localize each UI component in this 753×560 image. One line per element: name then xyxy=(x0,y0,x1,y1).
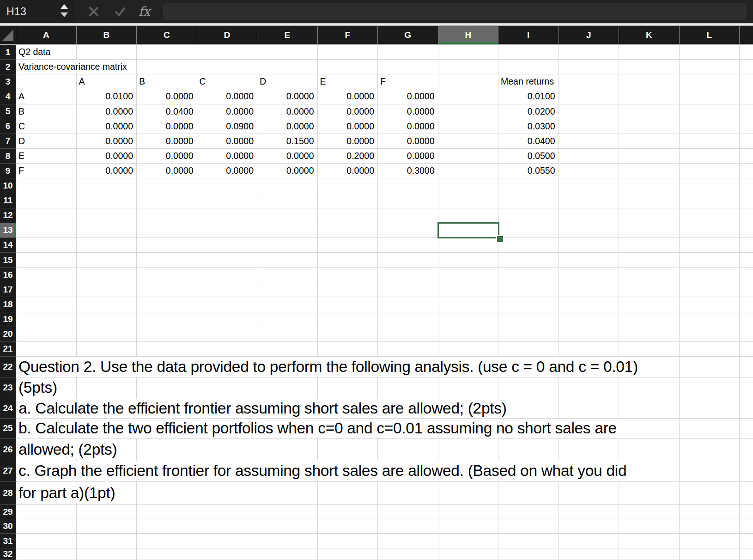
cell-L8[interactable] xyxy=(680,149,740,164)
row-header-9[interactable]: 9 xyxy=(0,164,16,178)
row-header-2[interactable]: 2 xyxy=(0,60,16,74)
cell-C15[interactable] xyxy=(137,253,197,268)
cell-G9[interactable]: 0.3000 xyxy=(378,164,438,178)
cell-A19[interactable] xyxy=(16,312,77,327)
cell-L9[interactable] xyxy=(680,164,740,178)
cell-G8[interactable]: 0.0000 xyxy=(378,149,438,164)
cell-C3[interactable]: B xyxy=(137,74,197,89)
cell-A32[interactable] xyxy=(16,548,77,560)
cell-D11[interactable] xyxy=(197,193,258,208)
cell-F32[interactable] xyxy=(318,548,378,560)
cell-J10[interactable] xyxy=(559,178,619,193)
cell-A11[interactable] xyxy=(16,193,77,208)
cell-I16[interactable] xyxy=(498,268,559,282)
cell-J6[interactable] xyxy=(559,119,619,134)
row-header-19[interactable]: 19 xyxy=(0,312,16,327)
cell-I9[interactable]: 0.0550 xyxy=(498,164,559,178)
row-header-24[interactable]: 24 xyxy=(0,398,16,419)
cell-I14[interactable] xyxy=(498,238,559,253)
cell-A16[interactable] xyxy=(16,268,77,282)
cell-L15[interactable] xyxy=(680,253,740,268)
cell-L18[interactable] xyxy=(680,297,740,312)
cell-D15[interactable] xyxy=(197,253,258,268)
cell-C2[interactable] xyxy=(137,60,197,74)
cell-C19[interactable] xyxy=(137,312,197,327)
cell-B5[interactable]: 0.0000 xyxy=(77,104,137,119)
name-box-spinner-up-icon[interactable] xyxy=(61,4,68,9)
cell-L10[interactable] xyxy=(680,178,740,193)
cell-A21[interactable] xyxy=(16,342,77,357)
cell-K25[interactable] xyxy=(619,419,680,439)
column-header-A[interactable]: A xyxy=(16,26,77,44)
cell-A31[interactable] xyxy=(16,534,77,548)
cell-J23[interactable] xyxy=(559,377,619,398)
cell-partial-30[interactable] xyxy=(740,519,753,534)
cell-A30[interactable] xyxy=(16,519,77,534)
row-header-26[interactable]: 26 xyxy=(0,439,16,461)
cell-I19[interactable] xyxy=(498,312,559,327)
cell-B17[interactable] xyxy=(77,282,137,297)
cell-D4[interactable]: 0.0000 xyxy=(197,89,258,104)
cell-A2[interactable]: Variance-covariance matrix xyxy=(16,60,77,74)
row-header-12[interactable]: 12 xyxy=(0,208,16,223)
fill-handle[interactable] xyxy=(496,235,504,243)
cell-C26[interactable] xyxy=(137,439,197,461)
cell-partial-11[interactable] xyxy=(740,193,753,208)
cell-A14[interactable] xyxy=(16,238,77,253)
cell-partial-31[interactable] xyxy=(740,534,753,548)
cell-E12[interactable] xyxy=(257,208,318,223)
cell-H29[interactable] xyxy=(438,505,499,519)
cell-C7[interactable]: 0.0000 xyxy=(137,134,197,149)
cell-E18[interactable] xyxy=(257,297,318,312)
cell-partial-8[interactable] xyxy=(740,149,753,164)
cell-L20[interactable] xyxy=(680,327,740,342)
cell-J17[interactable] xyxy=(559,282,619,297)
cell-C29[interactable] xyxy=(137,505,197,519)
row-header-10[interactable]: 10 xyxy=(0,178,16,193)
cell-K18[interactable] xyxy=(619,297,680,312)
cell-partial-14[interactable] xyxy=(740,238,753,253)
column-header-D[interactable]: D xyxy=(197,26,258,44)
cell-F12[interactable] xyxy=(318,208,378,223)
cell-D23[interactable] xyxy=(197,377,258,398)
cell-B32[interactable] xyxy=(77,548,137,560)
cell-I3[interactable]: Mean returns xyxy=(498,74,559,89)
cell-partial-1[interactable] xyxy=(740,45,753,60)
cell-I7[interactable]: 0.0400 xyxy=(498,134,559,149)
cell-D17[interactable] xyxy=(197,282,258,297)
cell-C4[interactable]: 0.0000 xyxy=(137,89,197,104)
cell-C10[interactable] xyxy=(137,178,197,193)
cell-partial-5[interactable] xyxy=(740,104,753,119)
cell-H32[interactable] xyxy=(438,548,499,560)
cell-partial-7[interactable] xyxy=(740,134,753,149)
row-header-11[interactable]: 11 xyxy=(0,193,16,208)
cell-partial-4[interactable] xyxy=(740,89,753,104)
column-header-C[interactable]: C xyxy=(137,26,197,44)
cell-L30[interactable] xyxy=(680,519,740,534)
row-header-14[interactable]: 14 xyxy=(0,238,16,253)
cell-K21[interactable] xyxy=(619,342,680,357)
cell-J8[interactable] xyxy=(559,149,619,164)
column-header-H[interactable]: H xyxy=(438,26,499,44)
column-header-J[interactable]: J xyxy=(559,26,619,44)
cell-K14[interactable] xyxy=(619,238,680,253)
cell-partial-26[interactable] xyxy=(740,439,753,461)
cell-B13[interactable] xyxy=(77,223,137,238)
cell-F19[interactable] xyxy=(318,312,378,327)
cell-C6[interactable]: 0.0000 xyxy=(137,119,197,134)
cell-G19[interactable] xyxy=(378,312,438,327)
cell-J14[interactable] xyxy=(559,238,619,253)
cell-F2[interactable] xyxy=(318,60,378,74)
cell-partial-16[interactable] xyxy=(740,268,753,282)
cell-J7[interactable] xyxy=(559,134,619,149)
cell-E1[interactable] xyxy=(257,45,318,60)
cell-F30[interactable] xyxy=(318,519,378,534)
row-header-8[interactable]: 8 xyxy=(0,149,16,164)
cell-G14[interactable] xyxy=(378,238,438,253)
cell-J29[interactable] xyxy=(559,505,619,519)
cell-B10[interactable] xyxy=(77,178,137,193)
cell-K2[interactable] xyxy=(619,60,680,74)
cell-A24[interactable]: a. Calculate the efficient frontier assu… xyxy=(16,398,77,419)
cell-E16[interactable] xyxy=(257,268,318,282)
cell-L19[interactable] xyxy=(680,312,740,327)
